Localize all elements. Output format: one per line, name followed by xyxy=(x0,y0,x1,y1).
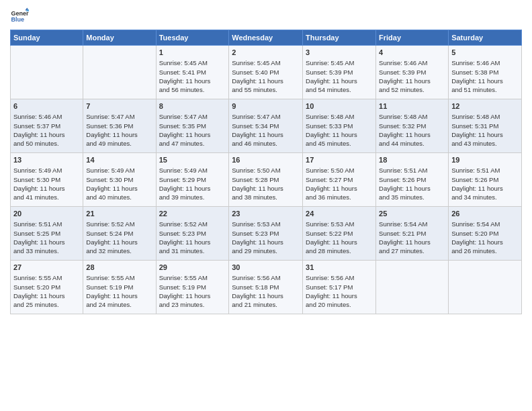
cell-info: Daylight: 11 hours xyxy=(379,184,445,193)
cell-info: Sunset: 5:21 PM xyxy=(379,229,445,238)
cell-info: Daylight: 11 hours xyxy=(159,130,226,139)
cell-info: Daylight: 11 hours xyxy=(306,130,373,139)
weekday-header: Thursday xyxy=(303,30,376,46)
cell-info: and 28 minutes. xyxy=(306,246,373,255)
cell-info: Sunrise: 5:52 AM xyxy=(86,220,152,228)
calendar-cell: 21Sunrise: 5:52 AMSunset: 5:24 PMDayligh… xyxy=(83,207,156,261)
cell-info: and 55 minutes. xyxy=(232,85,300,94)
cell-info: Sunrise: 5:51 AM xyxy=(451,166,519,175)
header-row: SundayMondayTuesdayWednesdayThursdayFrid… xyxy=(11,30,522,46)
cell-info: Daylight: 11 hours xyxy=(13,238,80,246)
cell-info: Sunset: 5:27 PM xyxy=(306,175,373,184)
weekday-header: Tuesday xyxy=(156,30,229,46)
day-number: 6 xyxy=(13,101,80,111)
cell-info: Sunrise: 5:52 AM xyxy=(159,220,226,228)
cell-info: and 41 minutes. xyxy=(13,193,80,201)
cell-info: Sunset: 5:30 PM xyxy=(86,175,152,184)
header: General Blue xyxy=(10,7,522,26)
calendar-cell: 19Sunrise: 5:51 AMSunset: 5:26 PMDayligh… xyxy=(449,153,522,207)
cell-info: Sunrise: 5:55 AM xyxy=(159,273,226,282)
calendar-cell: 27Sunrise: 5:55 AMSunset: 5:20 PMDayligh… xyxy=(11,261,83,314)
cell-info: Sunrise: 5:48 AM xyxy=(379,112,445,121)
calendar-cell xyxy=(11,46,83,99)
cell-info: Daylight: 11 hours xyxy=(159,77,226,85)
calendar-cell: 31Sunrise: 5:56 AMSunset: 5:17 PMDayligh… xyxy=(303,261,376,314)
cell-info: Daylight: 11 hours xyxy=(379,238,445,246)
cell-info: and 45 minutes. xyxy=(306,139,373,148)
cell-info: Sunset: 5:30 PM xyxy=(13,175,80,184)
day-number: 11 xyxy=(379,101,445,111)
logo-icon: General Blue xyxy=(10,7,29,26)
cell-info: and 54 minutes. xyxy=(306,85,373,94)
calendar-cell: 30Sunrise: 5:56 AMSunset: 5:18 PMDayligh… xyxy=(229,261,303,314)
cell-info: and 47 minutes. xyxy=(159,139,226,148)
cell-info: Daylight: 11 hours xyxy=(232,184,300,193)
weekday-header: Saturday xyxy=(449,30,522,46)
calendar-cell: 10Sunrise: 5:48 AMSunset: 5:33 PMDayligh… xyxy=(303,99,376,153)
calendar-cell: 2Sunrise: 5:45 AMSunset: 5:40 PMDaylight… xyxy=(229,46,303,99)
cell-info: Sunrise: 5:47 AM xyxy=(86,112,152,121)
calendar-week-row: 27Sunrise: 5:55 AMSunset: 5:20 PMDayligh… xyxy=(11,261,522,314)
day-number: 29 xyxy=(159,263,226,273)
cell-info: Sunrise: 5:46 AM xyxy=(379,58,445,67)
cell-info: Daylight: 11 hours xyxy=(451,238,519,246)
cell-info: and 31 minutes. xyxy=(159,246,226,255)
calendar-cell xyxy=(449,261,522,314)
cell-info: Sunrise: 5:53 AM xyxy=(306,220,373,228)
calendar-cell: 24Sunrise: 5:53 AMSunset: 5:22 PMDayligh… xyxy=(303,207,376,261)
cell-info: and 26 minutes. xyxy=(451,246,519,255)
cell-info: Daylight: 11 hours xyxy=(306,184,373,193)
cell-info: Sunrise: 5:48 AM xyxy=(451,112,519,121)
cell-info: Sunset: 5:23 PM xyxy=(159,229,226,238)
day-number: 20 xyxy=(13,209,80,219)
cell-info: Sunset: 5:34 PM xyxy=(232,122,300,130)
cell-info: Sunset: 5:36 PM xyxy=(86,122,152,130)
calendar-cell: 16Sunrise: 5:50 AMSunset: 5:28 PMDayligh… xyxy=(229,153,303,207)
cell-info: and 23 minutes. xyxy=(159,300,226,309)
calendar-cell: 23Sunrise: 5:53 AMSunset: 5:23 PMDayligh… xyxy=(229,207,303,261)
calendar-week-row: 1Sunrise: 5:45 AMSunset: 5:41 PMDaylight… xyxy=(11,46,522,99)
cell-info: Sunset: 5:29 PM xyxy=(159,175,226,184)
weekday-header: Sunday xyxy=(11,30,83,46)
cell-info: Sunset: 5:28 PM xyxy=(232,175,300,184)
day-number: 17 xyxy=(306,155,373,165)
logo: General Blue xyxy=(10,7,29,26)
cell-info: Sunset: 5:22 PM xyxy=(306,229,373,238)
svg-text:Blue: Blue xyxy=(11,16,24,23)
cell-info: Sunset: 5:26 PM xyxy=(451,175,519,184)
day-number: 14 xyxy=(86,155,152,165)
calendar-cell xyxy=(376,261,449,314)
cell-info: and 56 minutes. xyxy=(159,85,226,94)
cell-info: Sunrise: 5:55 AM xyxy=(13,273,80,282)
day-number: 10 xyxy=(306,101,373,111)
calendar-table: SundayMondayTuesdayWednesdayThursdayFrid… xyxy=(10,30,522,314)
cell-info: Sunset: 5:32 PM xyxy=(379,122,445,130)
calendar-cell: 20Sunrise: 5:51 AMSunset: 5:25 PMDayligh… xyxy=(11,207,83,261)
calendar-cell xyxy=(83,46,156,99)
day-number: 22 xyxy=(159,209,226,219)
cell-info: Sunset: 5:25 PM xyxy=(13,229,80,238)
day-number: 1 xyxy=(159,48,226,58)
cell-info: Daylight: 11 hours xyxy=(232,77,300,85)
cell-info: Sunset: 5:31 PM xyxy=(451,122,519,130)
cell-info: Sunset: 5:39 PM xyxy=(306,68,373,77)
cell-info: Sunset: 5:35 PM xyxy=(159,122,226,130)
cell-info: Daylight: 11 hours xyxy=(86,184,152,193)
calendar-cell: 25Sunrise: 5:54 AMSunset: 5:21 PMDayligh… xyxy=(376,207,449,261)
cell-info: Sunrise: 5:45 AM xyxy=(159,58,226,67)
day-number: 18 xyxy=(379,155,445,165)
cell-info: Daylight: 11 hours xyxy=(159,238,226,246)
cell-info: Sunrise: 5:47 AM xyxy=(159,112,226,121)
cell-info: and 34 minutes. xyxy=(451,193,519,201)
calendar-cell: 7Sunrise: 5:47 AMSunset: 5:36 PMDaylight… xyxy=(83,99,156,153)
cell-info: Sunrise: 5:50 AM xyxy=(306,166,373,175)
cell-info: Sunset: 5:40 PM xyxy=(232,68,300,77)
cell-info: Sunset: 5:26 PM xyxy=(379,175,445,184)
day-number: 15 xyxy=(159,155,226,165)
calendar-cell: 8Sunrise: 5:47 AMSunset: 5:35 PMDaylight… xyxy=(156,99,229,153)
cell-info: Sunrise: 5:45 AM xyxy=(232,58,300,67)
cell-info: Sunrise: 5:51 AM xyxy=(379,166,445,175)
cell-info: Sunrise: 5:55 AM xyxy=(86,273,152,282)
page-container: General Blue SundayMondayTuesdayWednesda… xyxy=(0,0,532,321)
cell-info: Sunset: 5:20 PM xyxy=(451,229,519,238)
